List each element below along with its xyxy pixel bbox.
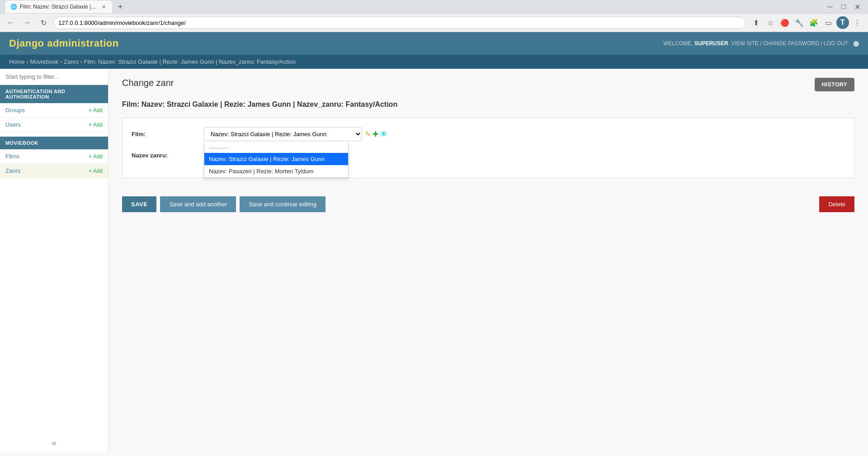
- sidebar-films-add[interactable]: + Add: [89, 153, 103, 160]
- dropdown-option-pasazeri[interactable]: Nazev: Pasazeri | Rezie: Morten Tyldum: [204, 165, 348, 177]
- breadcrumb-current: Film: Nazev: Strazci Galaxie | Rezie: Ja…: [84, 58, 296, 65]
- action-bar: SAVE Save and add another Save and conti…: [122, 187, 854, 221]
- nazev-zanru-label: Nazev zanru:: [132, 148, 204, 159]
- sidebar-toggle-icon[interactable]: ▭: [822, 16, 835, 29]
- username: SUPERUSER: [694, 40, 728, 47]
- record-title: Film: Nazev: Strazci Galaxie | Rezie: Ja…: [122, 100, 854, 109]
- forward-button[interactable]: →: [21, 16, 33, 29]
- sidebar-item-zanrs[interactable]: Zanrs + Add: [0, 164, 108, 178]
- sidebar-groups-add[interactable]: + Add: [89, 107, 103, 114]
- sidebar-groups-label: Groups: [5, 107, 25, 114]
- sidebar-users-label: Users: [5, 121, 21, 128]
- extension-icon-2[interactable]: 🔧: [793, 16, 806, 29]
- browser-tab[interactable]: 🌐 Film: Nazev: Strazci Galaxie | Rezi...…: [5, 0, 113, 13]
- film-label: Film:: [132, 127, 204, 138]
- sidebar: AUTHENTICATION AND AUTHORIZATION Groups …: [0, 69, 108, 452]
- menu-icon[interactable]: ⋮: [851, 16, 863, 29]
- sidebar-zanrs-add[interactable]: + Add: [89, 168, 103, 174]
- new-tab-button[interactable]: +: [114, 0, 127, 13]
- admin-body: AUTHENTICATION AND AUTHORIZATION Groups …: [0, 69, 868, 452]
- film-select-wrapper: ---------- Nazev: Strazci Galaxie | Rezi…: [204, 127, 845, 141]
- sidebar-item-films[interactable]: Films + Add: [0, 149, 108, 164]
- app-title: Django administration: [9, 38, 119, 49]
- page-title: Change zanr: [122, 78, 174, 88]
- main-content: Change zanr HISTORY Film: Nazev: Strazci…: [108, 69, 868, 452]
- sidebar-item-groups[interactable]: Groups + Add: [0, 103, 108, 118]
- window-minimize-button[interactable]: ─: [824, 0, 836, 13]
- share-icon[interactable]: ⬆: [750, 16, 762, 29]
- breadcrumb: Home › Moviebook › Zanrs › Film: Nazev: …: [0, 55, 868, 69]
- browser-chrome: 🌐 Film: Nazev: Strazci Galaxie | Rezi...…: [0, 0, 868, 32]
- back-button[interactable]: ←: [5, 16, 17, 29]
- dropdown-option-separator[interactable]: ----------: [204, 142, 348, 153]
- user-info: WELCOME, SUPERUSER. VIEW SITE / CHANGE P…: [663, 40, 859, 47]
- browser-action-icons: ⬆ ☆ 🔴 🔧 🧩 ▭ T ⋮: [750, 16, 863, 29]
- django-header: Django administration WELCOME, SUPERUSER…: [0, 32, 868, 55]
- view-film-icon[interactable]: 👁: [380, 130, 387, 138]
- view-site-link[interactable]: VIEW SITE: [731, 40, 759, 47]
- history-button[interactable]: HISTORY: [815, 78, 854, 91]
- film-dropdown[interactable]: ---------- Nazev: Strazci Galaxie | Rezi…: [204, 142, 349, 178]
- sidebar-item-users[interactable]: Users + Add: [0, 118, 108, 132]
- tab-bar: 🌐 Film: Nazev: Strazci Galaxie | Rezi...…: [0, 0, 868, 13]
- welcome-prefix: WELCOME,: [663, 40, 693, 47]
- save-button[interactable]: SAVE: [122, 196, 156, 212]
- form-container: Film: ---------- Nazev: Strazci Galaxie …: [122, 118, 854, 178]
- form-row-film: Film: ---------- Nazev: Strazci Galaxie …: [132, 127, 845, 141]
- tab-close-button[interactable]: ✕: [100, 3, 107, 10]
- sidebar-zanrs-label: Zanrs: [5, 167, 20, 174]
- add-film-icon[interactable]: ✚: [373, 130, 378, 138]
- window-maximize-button[interactable]: □: [837, 0, 850, 13]
- edit-film-icon[interactable]: ✎: [365, 130, 371, 138]
- page-header: Change zanr HISTORY: [122, 78, 854, 91]
- address-bar: ← → ↻ ⬆ ☆ 🔴 🔧 🧩 ▭ T ⋮: [0, 13, 868, 32]
- sidebar-filter-input[interactable]: [0, 69, 108, 85]
- sidebar-users-add[interactable]: + Add: [89, 122, 103, 128]
- film-select[interactable]: ---------- Nazev: Strazci Galaxie | Rezi…: [204, 127, 362, 141]
- save-continue-editing-button[interactable]: Save and continue editing: [240, 196, 326, 212]
- address-input[interactable]: [53, 17, 746, 29]
- sidebar-auth-header: AUTHENTICATION AND AUTHORIZATION: [0, 85, 108, 103]
- field-icons: ✎ ✚ 👁: [365, 127, 387, 138]
- save-add-another-button[interactable]: Save and add another: [160, 196, 236, 212]
- change-password-link[interactable]: CHANGE PASSWORD: [763, 40, 819, 47]
- breadcrumb-moviebook[interactable]: Moviebook: [30, 58, 58, 65]
- theme-toggle-icon[interactable]: ⬤: [853, 40, 859, 47]
- extension-icon-1[interactable]: 🔴: [778, 16, 791, 29]
- window-close-button[interactable]: ✕: [851, 0, 863, 13]
- breadcrumb-zanrs[interactable]: Zanrs: [64, 58, 79, 65]
- profile-icon[interactable]: T: [836, 16, 849, 29]
- log-out-link[interactable]: LOG OUT: [824, 40, 848, 47]
- sidebar-moviebook-header: MOVIEBOOK: [0, 137, 108, 149]
- bookmark-icon[interactable]: ☆: [764, 16, 777, 29]
- extension-icon-3[interactable]: 🧩: [807, 16, 820, 29]
- breadcrumb-home[interactable]: Home: [9, 58, 25, 65]
- delete-button[interactable]: Delete: [819, 196, 854, 212]
- breadcrumb-sep3: ›: [80, 58, 84, 65]
- tab-title: Film: Nazev: Strazci Galaxie | Rezi...: [20, 4, 97, 10]
- tab-favicon: 🌐: [10, 4, 17, 10]
- sidebar-films-label: Films: [5, 153, 19, 160]
- reload-button[interactable]: ↻: [37, 16, 50, 29]
- dropdown-option-strazci[interactable]: Nazev: Strazci Galaxie | Rezie: James Gu…: [204, 153, 348, 165]
- film-field: ---------- Nazev: Strazci Galaxie | Rezi…: [204, 127, 845, 141]
- breadcrumb-sep2: ›: [60, 58, 64, 65]
- sidebar-filter: [0, 69, 108, 85]
- sidebar-collapse-button[interactable]: «: [52, 438, 56, 448]
